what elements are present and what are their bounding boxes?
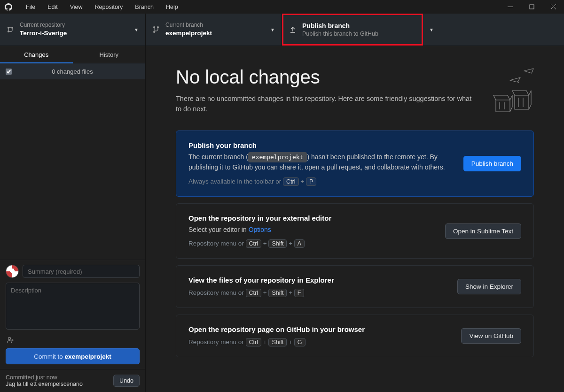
last-commit-bar: Committed just now Jag la till ett exemp… [0,369,145,392]
svg-point-6 [157,26,159,28]
publish-icon [289,26,298,33]
branch-label: Current branch [165,22,212,29]
sidebar: Changes History 0 changed files Commit t… [0,46,146,392]
chevron-down-icon: ▼ [270,27,275,32]
commit-message: Jag la till ett exempelscenario [6,381,83,387]
svg-point-3 [11,27,13,29]
publish-branch-more-dropdown[interactable]: ▼ [423,14,440,46]
publish-title: Publish branch [302,22,378,30]
branch-chip: exempelprojekt [248,152,307,162]
add-coauthor-button[interactable] [6,334,140,348]
publish-branch-card-button[interactable]: Publish branch [463,156,521,171]
branch-name: exempelprojekt [165,29,212,38]
publish-card-hint: Always available in the toolbar or Ctrl … [188,177,452,186]
current-branch-dropdown[interactable]: Current branch exempelprojekt ▼ [146,14,282,46]
repository-icon [7,26,15,33]
show-explorer-card: View the files of your repository in Exp… [176,265,534,308]
menu-help[interactable]: Help [160,1,184,13]
chevron-down-icon: ▼ [429,27,434,32]
show-explorer-card-hint: Repository menu or Ctrl + Shift + F [188,289,446,297]
view-github-card-hint: Repository menu or Ctrl + Shift + G [188,338,450,346]
content-pane: No local changes There are no uncommitte… [146,46,564,392]
toolbar: Current repository Terror-i-Sverige ▼ Cu… [0,14,564,46]
changed-files-count: 0 changed files [21,68,140,75]
select-all-checkbox[interactable] [6,69,12,75]
minimize-button[interactable] [499,0,521,14]
menu-branch[interactable]: Branch [129,1,160,13]
branch-icon [152,26,161,33]
empty-illustration [477,67,543,114]
publish-branch-button[interactable]: Publish branch Publish this branch to Gi… [282,14,423,46]
repo-name: Terror-i-Sverige [20,29,67,38]
current-repository-dropdown[interactable]: Current repository Terror-i-Sverige ▼ [0,14,146,46]
menu-edit[interactable]: Edit [41,1,64,13]
commit-time: Committed just now [6,374,83,381]
tab-history[interactable]: History [73,46,146,63]
avatar [6,265,19,278]
open-in-editor-button[interactable]: Open in Sublime Text [445,223,521,239]
open-editor-card-title: Open the repository in your external edi… [188,214,434,222]
svg-point-2 [8,31,9,32]
menu-view[interactable]: View [64,1,89,13]
options-link[interactable]: Options [249,226,271,233]
view-github-card: Open the repository page on GitHub in yo… [176,315,534,357]
commit-button[interactable]: Commit to exempelprojekt [6,348,140,364]
publish-card-text: The current branch (exempelprojekt) hasn… [188,152,452,173]
open-editor-card-text: Select your editor in Options [188,225,434,235]
view-on-github-button[interactable]: View on GitHub [461,328,521,344]
show-explorer-card-title: View the files of your repository in Exp… [188,276,446,284]
publish-card: Publish your branch The current branch (… [176,131,534,197]
titlebar: File Edit View Repository Branch Help [0,0,564,14]
window-controls [499,0,564,14]
menu-file[interactable]: File [20,1,41,13]
commit-summary-input[interactable] [23,265,140,278]
repo-label: Current repository [20,22,67,29]
menu-repository[interactable]: Repository [89,1,129,13]
publish-card-title: Publish your branch [188,141,452,149]
svg-point-4 [153,26,155,28]
page-subtitle: There are no uncommitted changes in this… [176,93,477,115]
tab-changes[interactable]: Changes [0,46,73,63]
changed-files-header: 0 changed files [0,63,145,79]
github-logo-icon [5,3,12,11]
svg-point-7 [8,338,11,340]
maximize-button[interactable] [521,0,542,14]
view-github-card-title: Open the repository page on GitHub in yo… [188,325,450,333]
menubar: File Edit View Repository Branch Help [20,1,184,13]
open-editor-card: Open the repository in your external edi… [176,203,534,259]
show-in-explorer-button[interactable]: Show in Explorer [457,279,521,294]
svg-point-1 [8,27,9,29]
svg-rect-0 [530,5,534,9]
open-editor-card-hint: Repository menu or Ctrl + Shift + A [188,239,434,248]
publish-subtitle: Publish this branch to GitHub [302,30,378,38]
commit-box: Commit to exempelprojekt [0,260,145,369]
close-button[interactable] [542,0,564,14]
commit-description-input[interactable] [6,283,140,330]
svg-point-5 [153,31,155,33]
chevron-down-icon: ▼ [134,27,139,32]
undo-button[interactable]: Undo [113,375,140,387]
